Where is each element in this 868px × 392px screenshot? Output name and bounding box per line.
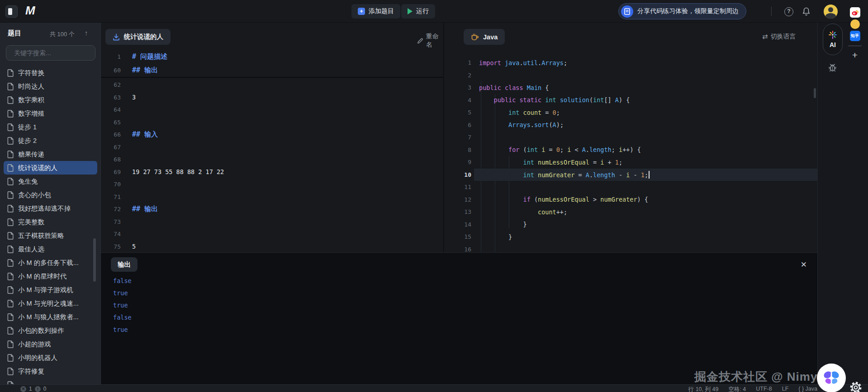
language-tab[interactable]: Java — [464, 29, 505, 45]
sidebar-scrollbar[interactable] — [93, 238, 96, 282]
sidebar-question-item[interactable]: 小 M 与狼人拯救者... — [4, 310, 97, 324]
code-line: 2 — [444, 69, 817, 82]
markdown-line-text: 5 — [132, 243, 136, 250]
sidebar-question-item[interactable]: 统计说谎的人 — [4, 161, 97, 175]
collapse-arrow-icon[interactable]: ↑ — [85, 29, 88, 37]
avatar-body — [825, 13, 836, 19]
rename-label: 重命名 — [426, 33, 443, 49]
status-item[interactable]: 行 10, 列 49 — [688, 386, 719, 392]
share-icon-yellow[interactable] — [850, 19, 860, 29]
close-icon[interactable]: ✕ — [801, 260, 807, 269]
notification-bell-icon[interactable] — [802, 7, 811, 18]
line-number: 66 — [101, 131, 121, 138]
line-number: 3 — [444, 84, 471, 91]
status-item[interactable]: UTF-8 — [756, 386, 772, 392]
code-line: 11 — [444, 181, 817, 194]
sidebar-question-item[interactable]: 小明的机器人 — [4, 351, 97, 364]
rename-button[interactable]: 重命名 — [417, 33, 443, 49]
output-tab-label: 输出 — [118, 260, 131, 269]
weibo-icon[interactable] — [850, 7, 860, 18]
sidebar-toggle-icon[interactable] — [5, 5, 18, 18]
add-share-icon[interactable]: + — [852, 51, 858, 60]
markdown-line-text: 19 27 73 55 88 88 2 17 22 — [132, 168, 224, 175]
output-tab[interactable]: 输出 — [111, 257, 138, 272]
panel-glyph — [8, 8, 12, 15]
sidebar-question-item[interactable]: 小 M 与弹子游戏机 — [4, 283, 97, 297]
document-icon — [7, 300, 14, 307]
status-item[interactable]: LF — [782, 386, 789, 392]
document-icon — [7, 110, 14, 118]
question-list: 字符替换时尚达人数字乘积数字增殖徒步 1徒步 2糖果传递统计说谎的人兔生兔贪心的… — [0, 66, 101, 384]
question-tab[interactable]: 统计说谎的人 — [105, 29, 171, 45]
document-icon — [7, 83, 14, 90]
code-line: 9 int numLessOrEqual = i + 1; — [444, 156, 817, 169]
markdown-panel-header: 统计说谎的人 重命名 — [101, 23, 443, 50]
document-icon — [7, 151, 14, 158]
output-line: false — [113, 274, 132, 287]
sidebar-question-item[interactable]: 最佳人选 — [4, 242, 97, 256]
add-question-button[interactable]: + 添加题目 — [351, 4, 400, 19]
document-icon — [7, 286, 14, 294]
sidebar-question-item[interactable]: 小超的游戏 — [4, 337, 97, 351]
sidebar-question-item[interactable]: 徒步 2 — [4, 134, 97, 147]
sidebar-question-item[interactable]: 数字增殖 — [4, 107, 97, 120]
code-line-text: int count = 0; — [479, 109, 560, 116]
status-item[interactable]: 空格: 4 — [728, 386, 746, 392]
sidebar-question-item[interactable]: 五子棋获胜策略 — [4, 229, 97, 242]
warning-count: 0 — [43, 386, 47, 392]
sidebar-question-item[interactable]: 小包的数列操作 — [4, 324, 97, 337]
sidebar-question-item[interactable]: 小 M 的多任务下载... — [4, 256, 97, 269]
bug-icon[interactable] — [827, 62, 838, 75]
document-icon — [7, 340, 14, 348]
sidebar-question-item[interactable]: 小 M 与光明之魂速... — [4, 297, 97, 310]
document-icon — [7, 164, 14, 172]
status-item[interactable]: { } Java — [798, 386, 817, 392]
markdown-line-text: 3 — [132, 94, 136, 101]
run-button[interactable]: 运行 — [401, 4, 435, 19]
output-line: false — [113, 311, 132, 323]
promo-banner[interactable]: 分享代码练习体验，领限量定制周边 — [618, 3, 746, 19]
code-scrollbar[interactable] — [814, 88, 816, 98]
sidebar-question-item[interactable]: 糖果传递 — [4, 147, 97, 161]
download-arrow-icon — [113, 33, 120, 41]
error-icon: ✕ — [20, 386, 26, 392]
markdown-line-text: # 问题描述 — [132, 52, 167, 61]
sidebar-question-item[interactable]: 我好想逃却逃不掉 — [4, 202, 97, 215]
run-label: 运行 — [416, 7, 429, 15]
zhihu-icon[interactable]: 知乎 — [850, 31, 860, 41]
app-logo[interactable]: M — [25, 4, 35, 18]
sidebar-question-item[interactable]: 完美整数 — [4, 215, 97, 229]
output-lines: falsetruetruefalsetrue — [113, 274, 132, 335]
markdown-line: 70 — [101, 178, 443, 191]
question-item-label: 徒步 1 — [18, 123, 37, 132]
sidebar-question-item[interactable]: 徒步 1 — [4, 120, 97, 134]
sidebar-question-item[interactable]: 小 M 的星球时代 — [4, 269, 97, 283]
settings-gear-icon[interactable] — [849, 380, 863, 392]
line-number: 14 — [444, 221, 471, 228]
sidebar-question-item[interactable]: 字符替换 — [4, 66, 97, 80]
sidebar-question-item[interactable]: 时尚达人 — [4, 80, 97, 93]
output-panel: 输出 ✕ falsetruetruefalsetrue — [101, 252, 817, 384]
markdown-editor[interactable]: 62633646566## 输入67686919 27 73 55 88 88 … — [101, 79, 443, 253]
sidebar-question-item[interactable] — [4, 378, 97, 384]
ai-assistant-button[interactable]: AI — [823, 24, 843, 55]
extension-divider — [848, 46, 862, 46]
question-item-label: 小超的游戏 — [18, 340, 51, 349]
sidebar-question-item[interactable]: 兔生兔 — [4, 175, 97, 188]
pencil-icon — [417, 38, 423, 44]
document-icon — [7, 313, 14, 321]
help-icon[interactable]: ? — [784, 7, 793, 16]
sidebar-question-item[interactable]: 贪心的小包 — [4, 188, 97, 202]
user-avatar[interactable] — [824, 5, 838, 19]
language-tab-label: Java — [483, 33, 498, 41]
question-item-label: 糖果传递 — [18, 150, 44, 159]
markdown-line: 65 — [101, 116, 443, 129]
switch-language-button[interactable]: ⇄ 切换语言 — [762, 33, 796, 41]
sidebar-question-item[interactable]: 数字乘积 — [4, 93, 97, 107]
problems-indicator[interactable]: ✕ 1 ! 0 — [20, 386, 46, 392]
code-editor[interactable]: 1import java.util.Arrays;23public class … — [444, 57, 817, 255]
sidebar-question-item[interactable]: 字符修复 — [4, 364, 97, 378]
search-input[interactable] — [14, 49, 96, 57]
markdown-line: 71 — [101, 191, 443, 203]
markdown-sticky-lines: 1# 问题描述60## 输出 — [101, 50, 443, 78]
